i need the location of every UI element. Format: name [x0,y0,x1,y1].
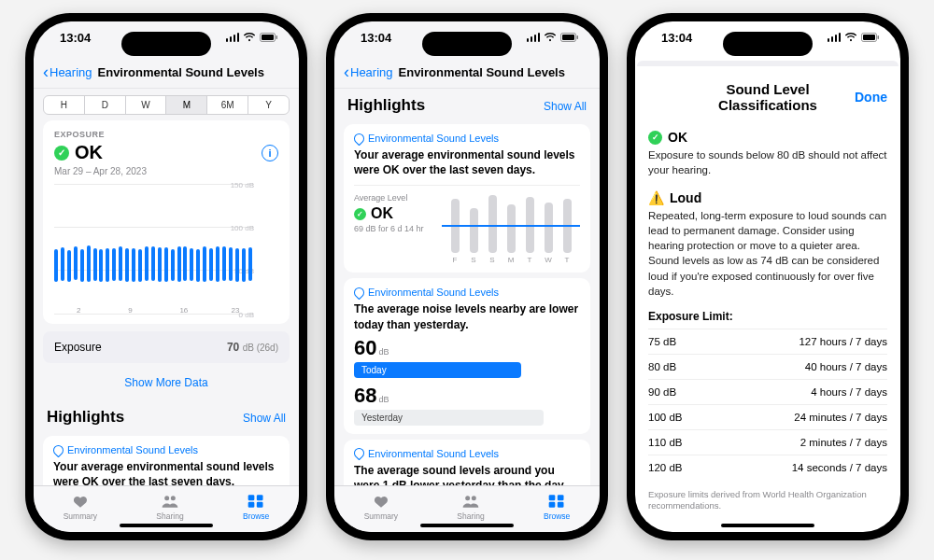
svg-rect-5 [248,495,255,500]
svg-rect-7 [248,501,255,507]
tab-browse[interactable]: Browse [243,493,269,521]
today-bar: Today [354,362,521,378]
show-all-button[interactable]: Show All [243,412,286,425]
wifi-icon [544,33,557,42]
ok-description: Exposure to sounds below 80 dB should no… [648,147,887,177]
highlight-card-today[interactable]: Environmental Sound Levels The average n… [344,278,590,433]
highlights-title: Highlights [47,408,124,427]
svg-rect-10 [562,35,574,40]
yesterday-value: 68 [354,384,376,408]
wifi-icon [243,33,256,42]
exposure-label: EXPOSURE [54,130,278,139]
svg-rect-20 [878,35,880,39]
highlights-title: Highlights [347,96,425,115]
loud-heading: Loud [670,190,701,205]
dynamic-island [422,32,512,56]
exposure-summary-row[interactable]: Exposure 70 dB (26d) [43,331,290,363]
avg-status: OK [371,205,393,222]
wifi-icon [844,33,857,42]
sheet-title: Sound Level Classifications [686,81,850,113]
exposure-chart[interactable]: 150 dB 100 dB 50 dB 0 dB 2 9 16 23 [54,184,278,315]
phone-1: 13:04 ‹Hearing Environmental Sound Level… [25,13,307,540]
warning-icon: ⚠️ [648,190,664,205]
highlight-card-trend[interactable]: Environmental Sound Levels The average s… [344,440,590,485]
avg-line [442,225,580,227]
tab-sharing[interactable]: Sharing [156,493,183,521]
svg-rect-8 [257,501,263,507]
phone-3: 13:04 Sound Level Classifications Done ✓… [627,13,909,540]
home-indicator[interactable] [120,524,213,527]
status-time: 13:04 [355,29,391,45]
exposure-card: EXPOSURE ✓ OK i Mar 29 – Apr 28, 2023 15… [43,120,290,324]
seg-y[interactable]: Y [248,96,289,114]
dynamic-island [723,32,813,56]
chevron-left-icon: ‹ [344,63,349,80]
svg-point-4 [171,496,176,500]
nav-title: Environmental Sound Levels [393,65,590,79]
tab-sharing[interactable]: Sharing [457,493,484,521]
back-button[interactable]: ‹Hearing [344,63,393,80]
status-time: 13:04 [54,29,91,45]
highlight-card-avg[interactable]: Environmental Sound Levels Your average … [344,124,590,273]
chevron-left-icon: ‹ [43,63,49,80]
today-value: 60 [354,336,376,360]
ok-check-icon: ✓ [354,208,366,220]
phone-2: 13:04 ‹Hearing Environmental Sound Level… [326,13,608,540]
table-row: 90 dB4 hours / 7 days [648,379,887,404]
svg-rect-6 [257,495,263,500]
summary-label: Exposure [54,341,102,354]
svg-rect-1 [262,35,274,40]
seg-d[interactable]: D [85,96,126,114]
exposure-limit-table: Exposure Limit: 75 dB127 hours / 7 days … [648,304,887,480]
ear-icon [51,442,66,457]
cell-signal-icon [527,33,541,42]
avg-value: 69 dB for 6 d 14 hr [354,224,434,233]
svg-point-13 [472,496,476,500]
ok-heading: OK [668,130,687,145]
exposure-date-range: Mar 29 – Apr 28, 2023 [54,166,278,176]
svg-rect-14 [549,495,556,500]
back-button[interactable]: ‹Hearing [43,63,92,80]
battery-icon [260,33,278,42]
table-row: 80 dB40 hours / 7 days [648,354,887,379]
table-row: 100 dB24 minutes / 7 days [648,404,887,429]
nav-bar: ‹Hearing Environmental Sound Levels [334,61,600,89]
back-label: Hearing [50,65,92,79]
avg-label: Average Level [354,193,434,203]
tab-browse[interactable]: Browse [544,493,570,521]
yesterday-bar: Yesterday [354,410,544,426]
done-button[interactable]: Done [850,90,887,105]
tab-summary[interactable]: Summary [364,493,398,521]
seg-w[interactable]: W [126,96,167,114]
svg-rect-16 [549,501,556,507]
cell-signal-icon [828,33,842,42]
show-more-data-button[interactable]: Show More Data [34,363,299,402]
svg-point-3 [164,496,169,500]
svg-rect-19 [863,35,875,40]
seg-6m[interactable]: 6M [207,96,248,114]
dynamic-island [121,32,211,56]
svg-rect-17 [558,501,564,507]
table-row: 110 dB2 minutes / 7 days [648,429,887,455]
svg-rect-2 [276,35,278,39]
nav-bar: ‹Hearing Environmental Sound Levels [34,61,299,89]
home-indicator[interactable] [420,524,514,527]
info-icon[interactable]: i [262,145,278,161]
ok-check-icon: ✓ [648,131,662,145]
seg-m[interactable]: M [166,96,207,114]
table-footnote: Exposure limits derived from World Healt… [648,489,887,512]
time-range-segmented[interactable]: H D W M 6M Y [43,95,290,115]
cell-signal-icon [226,33,240,42]
tab-summary[interactable]: Summary [64,493,97,521]
home-indicator[interactable] [721,524,814,527]
show-all-button[interactable]: Show All [544,100,587,113]
battery-icon [560,33,579,42]
seg-h[interactable]: H [44,96,85,114]
sheet-header: Sound Level Classifications Done [635,66,900,122]
exposure-status: OK [75,142,103,163]
highlight-card-1[interactable]: Environmental Sound Levels Your average … [43,436,290,485]
highlight-text: Your average environmental sound levels … [53,459,279,485]
svg-point-12 [465,496,470,500]
ear-icon [352,446,367,461]
avg-bars-chart: FSSMTWT [442,193,580,264]
